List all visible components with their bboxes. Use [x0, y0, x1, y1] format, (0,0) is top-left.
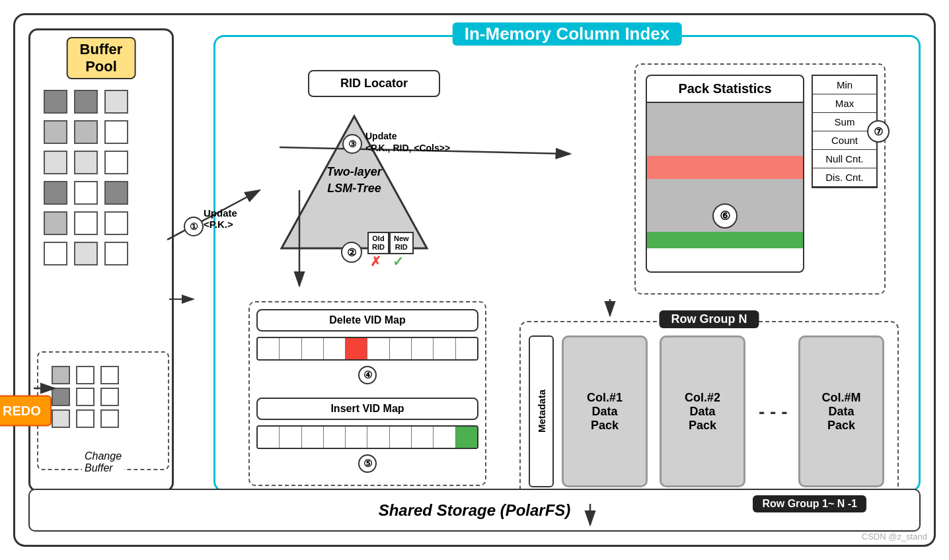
vid-cell — [412, 338, 434, 359]
buffer-pool-box: BufferPool — [28, 28, 174, 492]
sq — [100, 366, 119, 384]
vid-cell — [302, 427, 324, 448]
sq — [74, 181, 98, 205]
watermark: CSDN @z_stand — [862, 532, 927, 542]
sq — [74, 90, 98, 114]
grid-area — [44, 90, 131, 329]
vid-cell — [434, 427, 455, 448]
pack-stats-outer: Pack Statistics ⑥ Min Max Sum Count Null… — [634, 63, 886, 295]
svg-point-3 — [184, 217, 203, 236]
badge-4: ④ — [256, 363, 478, 384]
shared-storage-text: Shared Storage (PolarFS) — [379, 501, 571, 520]
vid-cell — [258, 338, 280, 359]
stats-min: Min — [813, 76, 876, 94]
sq — [104, 151, 128, 174]
sq — [44, 151, 67, 174]
change-buffer-grid — [52, 366, 122, 428]
dash-sep: - - - — [759, 402, 788, 423]
vid-cell — [390, 338, 412, 359]
circle-6: ⑥ — [712, 203, 738, 228]
row-group-label: Row Group N — [660, 310, 759, 328]
col1-data-pack: Col.#1DataPack — [562, 335, 648, 487]
ps-green-bottom — [647, 232, 803, 248]
sq — [74, 151, 98, 174]
lsm-line2: LSM-Tree — [327, 182, 381, 195]
row-group-box: Row Group N Metadata Col.#1DataPack Col.… — [519, 321, 899, 506]
sq — [52, 366, 70, 384]
sq — [104, 242, 128, 265]
vid-cell-green — [456, 427, 477, 448]
lsm-tree-svg: Two-layer LSM-Tree — [268, 110, 440, 255]
insert-vid-section: Insert VID Map ⑤ — [256, 398, 478, 473]
circle-7: ⑦ — [867, 120, 890, 143]
vid-cell — [280, 427, 301, 448]
shared-storage-box: Shared Storage (PolarFS) Row Group 1~ N … — [28, 489, 921, 532]
row-group-n1: Row Group 1~ N -1 — [753, 495, 866, 512]
badge-5: ⑤ — [256, 452, 478, 473]
sq — [44, 90, 67, 114]
sq — [52, 388, 70, 406]
redo-button: REDO — [0, 396, 52, 427]
vid-cell — [367, 427, 389, 448]
rid-locator-box: RID Locator — [308, 70, 440, 97]
old-rid-tag: OldRID — [367, 232, 389, 254]
sq — [44, 211, 67, 235]
metadata-text: Metadata — [536, 390, 547, 433]
vid-cell — [324, 338, 346, 359]
vid-cell — [390, 427, 412, 448]
sq — [76, 388, 95, 406]
sq — [44, 181, 67, 205]
sq — [74, 242, 98, 265]
vid-cell — [324, 427, 346, 448]
badge-2: ② — [341, 242, 362, 263]
new-rid-tag: NewRID — [389, 232, 414, 254]
sq — [74, 211, 98, 235]
ps-gray-top — [647, 103, 803, 156]
insert-vid-bar — [256, 425, 478, 449]
delete-vid-label: Delete VID Map — [256, 309, 478, 332]
sq — [44, 242, 67, 265]
vid-cell — [280, 338, 301, 359]
sq — [52, 409, 70, 428]
vid-cell — [367, 338, 389, 359]
vid-cell — [412, 427, 434, 448]
change-buffer-box: REDO ChangeBuffer — [37, 351, 169, 470]
rid-tags: OldRID NewRID — [367, 232, 414, 254]
vid-cell — [434, 338, 455, 359]
stats-dis: Dis. Cnt. — [813, 168, 876, 187]
vid-cell — [302, 338, 324, 359]
sq — [100, 388, 119, 406]
stats-table: Min Max Sum Count Null Cnt. Dis. Cnt. ⑦ — [812, 75, 878, 188]
in-memory-box: In-Memory Column Index Pack Statistics ⑥… — [213, 35, 921, 492]
metadata-box: Metadata — [529, 335, 554, 487]
pack-stats-inner: Pack Statistics ⑥ — [646, 75, 804, 273]
sq — [104, 181, 128, 205]
svg-text:①: ① — [190, 221, 198, 232]
ps-red-stripe — [647, 156, 803, 179]
new-rid-check: ✓ — [393, 254, 404, 269]
col2-data-pack: Col.#2DataPack — [660, 335, 745, 487]
vid-container: Delete VID Map ④ Insert VID Map — [248, 301, 486, 486]
buffer-pool-label: BufferPool — [67, 37, 136, 79]
lsm-line1: Two-layer — [326, 165, 382, 178]
pack-stats-visual: ⑥ — [647, 103, 803, 248]
lsm-tree-area: Two-layer LSM-Tree — [268, 110, 440, 255]
stats-null: Null Cnt. — [813, 150, 876, 168]
sq — [104, 120, 128, 144]
rid-locator-label: RID Locator — [340, 77, 408, 90]
sq — [100, 409, 119, 428]
colM-data-pack: Col.#MDataPack — [798, 335, 884, 487]
stats-max: Max — [813, 94, 876, 113]
old-rid-x: ✗ — [370, 254, 381, 269]
in-memory-label: In-Memory Column Index — [453, 22, 682, 46]
vid-cell — [456, 338, 477, 359]
sq — [76, 409, 95, 428]
sq — [104, 90, 128, 114]
sq — [74, 120, 98, 144]
vid-cell — [258, 427, 280, 448]
main-container: In-Memory Column Index Pack Statistics ⑥… — [13, 13, 936, 547]
vid-cell-red — [346, 338, 367, 359]
vid-cell — [346, 427, 367, 448]
change-buffer-label: ChangeBuffer — [82, 450, 124, 474]
sq — [104, 211, 128, 235]
